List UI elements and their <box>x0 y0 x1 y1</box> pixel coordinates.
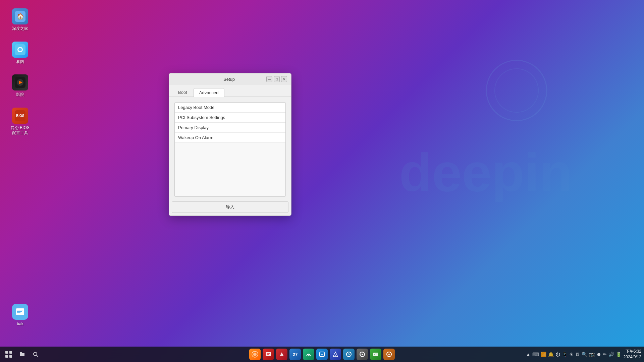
desktop-icon-yingyuan[interactable]: 影院 <box>7 73 34 99</box>
svg-rect-15 <box>17 310 23 310</box>
svg-point-30 <box>335 355 336 356</box>
svg-rect-18 <box>5 351 8 354</box>
svg-point-22 <box>34 352 37 356</box>
import-button[interactable]: 导入 <box>172 201 288 213</box>
tray-power[interactable]: ⏻ <box>555 352 560 357</box>
svg-rect-19 <box>9 351 12 354</box>
taskbar-app-4[interactable]: 27 <box>289 349 301 360</box>
taskbar-app-11[interactable] <box>383 349 395 360</box>
taskbar-app-10[interactable]: OX <box>370 349 381 360</box>
svg-point-28 <box>308 354 310 356</box>
tab-boot[interactable]: Boot <box>172 88 193 97</box>
tray-network[interactable]: 📶 <box>541 352 546 357</box>
bios-icon: BIOS <box>12 108 28 124</box>
taskbar-app-9[interactable] <box>357 349 368 360</box>
system-clock[interactable]: 下午5:32 2024/9/12 <box>624 349 641 360</box>
taskbar-left <box>3 348 42 360</box>
dialog-tabs: Boot Advanced <box>169 85 291 97</box>
taskbar-app-3[interactable] <box>276 349 287 360</box>
list-item-3[interactable]: Wakeup On Alarm <box>175 133 285 143</box>
tray-search2[interactable]: 🔍 <box>582 352 587 357</box>
tray-brightness[interactable]: ☀ <box>569 352 574 357</box>
taskbar-right: ▲ ⌨ 📶 🔔 ⏻ 📱 ☀ 🖥 🔍 📷 ⏺ ✏ 🔊 🔋 下午5:32 2024/… <box>526 349 641 360</box>
dialog-controls: — □ ✕ <box>266 76 287 82</box>
setup-dialog: Setup — □ ✕ Boot Advanced <box>169 73 291 216</box>
taskbar-app-7[interactable] <box>330 349 341 360</box>
svg-point-7 <box>18 48 22 51</box>
dialog-list: Legacy Boot Mode PCI Subsystem Settings … <box>174 102 286 197</box>
yingyuan-icon <box>12 74 28 90</box>
deepin-watermark: deepin <box>382 50 617 251</box>
svg-rect-17 <box>17 312 20 313</box>
dialog-title: Setup <box>192 77 266 82</box>
maximize-button[interactable]: □ <box>274 76 280 82</box>
taskbar-files[interactable] <box>16 348 28 360</box>
svg-rect-21 <box>9 355 12 358</box>
dialog-titlebar: Setup — □ ✕ <box>169 73 291 85</box>
svg-rect-26 <box>266 352 271 356</box>
close-button[interactable]: ✕ <box>281 76 287 82</box>
kanjian-icon <box>12 42 28 58</box>
desktop: deepin 🏠 深度之家 看图 <box>0 0 644 362</box>
shendu-label: 深度之家 <box>12 26 28 32</box>
dialog-content-area: Legacy Boot Mode PCI Subsystem Settings … <box>169 100 291 199</box>
list-wrapper: Legacy Boot Mode PCI Subsystem Settings … <box>172 100 288 199</box>
tab-advanced[interactable]: Advanced <box>194 88 224 97</box>
taskbar-app-6[interactable] <box>316 349 328 360</box>
desktop-icon-shendu[interactable]: 🏠 深度之家 <box>7 7 34 33</box>
bios-label: 昆仑 BIOS 配置工具 <box>11 125 30 136</box>
minimize-button[interactable]: — <box>266 76 272 82</box>
bak-icon <box>12 304 28 320</box>
desktop-icon-bak[interactable]: bak <box>7 302 34 328</box>
svg-line-23 <box>37 355 38 357</box>
svg-point-0 <box>486 60 547 121</box>
taskbar-app-launcher[interactable] <box>249 349 261 360</box>
taskbar: 27 <box>0 347 644 362</box>
list-item-1[interactable]: PCI Subsystem Settings <box>175 113 285 123</box>
list-item-2[interactable]: Primary Display <box>175 123 285 133</box>
svg-rect-16 <box>17 311 22 312</box>
svg-text:OX: OX <box>374 353 378 356</box>
tray-pen[interactable]: ✏ <box>603 352 607 357</box>
svg-marker-27 <box>280 352 284 356</box>
bak-label: bak <box>17 321 23 327</box>
desktop-icon-bios[interactable]: BIOS 昆仑 BIOS 配置工具 <box>7 106 34 137</box>
taskbar-launcher[interactable] <box>3 348 15 360</box>
taskbar-app-8[interactable] <box>343 349 355 360</box>
yingyuan-label: 影院 <box>16 92 24 98</box>
system-tray: ▲ ⌨ 📶 🔔 ⏻ 📱 ☀ 🖥 🔍 📷 ⏺ ✏ 🔊 🔋 <box>526 352 622 357</box>
taskbar-app-5[interactable] <box>303 349 314 360</box>
tray-battery[interactable]: 🔋 <box>616 352 622 357</box>
svg-rect-20 <box>5 355 8 358</box>
svg-point-1 <box>495 69 538 112</box>
clock-time: 下午5:32 <box>624 349 641 354</box>
list-empty-area <box>175 143 285 196</box>
tray-notification[interactable]: 🔔 <box>548 352 554 357</box>
taskbar-app-deepin[interactable] <box>263 349 274 360</box>
desktop-icons-container: 🏠 深度之家 看图 影院 <box>7 7 34 137</box>
shendu-icon: 🏠 <box>12 8 28 24</box>
desktop-icon-kanjian[interactable]: 看图 <box>7 40 34 66</box>
svg-text:BIOS: BIOS <box>16 114 24 118</box>
list-item-0[interactable]: Legacy Boot Mode <box>175 103 285 113</box>
svg-point-33 <box>362 354 363 355</box>
tray-display[interactable]: 🖥 <box>575 352 580 357</box>
dialog-footer: 导入 <box>169 199 291 216</box>
svg-point-25 <box>253 353 257 356</box>
svg-text:deepin: deepin <box>399 142 572 202</box>
tray-keyboard[interactable]: ⌨ <box>532 352 539 357</box>
tray-chevron[interactable]: ▲ <box>526 352 531 357</box>
clock-date: 2024/9/12 <box>624 354 641 360</box>
tray-record[interactable]: ⏺ <box>596 352 601 357</box>
taskbar-center: 27 <box>249 349 395 360</box>
tray-volume[interactable]: 🔊 <box>608 352 614 357</box>
svg-text:🏠: 🏠 <box>17 13 24 20</box>
tray-camera[interactable]: 📷 <box>589 352 595 357</box>
taskbar-search[interactable] <box>30 348 42 360</box>
tray-phone[interactable]: 📱 <box>562 352 568 357</box>
kanjian-label: 看图 <box>16 59 24 65</box>
